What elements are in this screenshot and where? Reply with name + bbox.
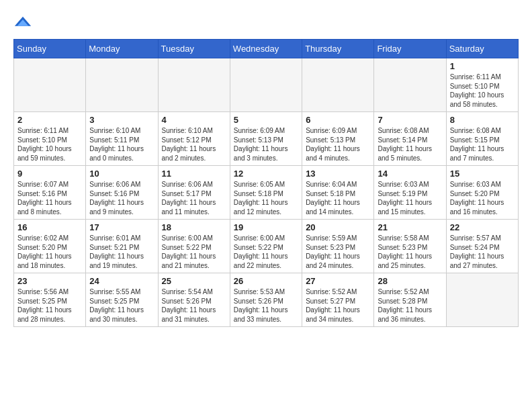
day-info: Sunrise: 5:56 AM Sunset: 5:25 PM Dayligh…	[17, 287, 82, 324]
day-info: Sunrise: 5:57 AM Sunset: 5:24 PM Dayligh…	[450, 234, 515, 270]
calendar-cell: 6Sunrise: 6:09 AM Sunset: 5:13 PM Daylig…	[302, 112, 374, 166]
calendar-header: SundayMondayTuesdayWednesdayThursdayFrid…	[14, 40, 519, 58]
calendar-cell: 27Sunrise: 5:52 AM Sunset: 5:27 PM Dayli…	[302, 273, 374, 327]
weekday-thursday: Thursday	[302, 40, 374, 58]
day-info: Sunrise: 6:05 AM Sunset: 5:18 PM Dayligh…	[234, 180, 298, 216]
calendar-cell: 17Sunrise: 6:01 AM Sunset: 5:21 PM Dayli…	[86, 220, 158, 273]
calendar-cell: 12Sunrise: 6:05 AM Sunset: 5:18 PM Dayli…	[230, 166, 302, 220]
calendar-week-2: 9Sunrise: 6:07 AM Sunset: 5:16 PM Daylig…	[14, 166, 519, 220]
calendar-cell: 7Sunrise: 6:08 AM Sunset: 5:14 PM Daylig…	[374, 112, 446, 166]
day-info: Sunrise: 6:02 AM Sunset: 5:20 PM Dayligh…	[17, 234, 82, 270]
calendar-cell: 18Sunrise: 6:00 AM Sunset: 5:22 PM Dayli…	[158, 220, 230, 273]
day-number: 2	[17, 115, 82, 125]
day-number: 17	[89, 222, 154, 232]
day-number: 21	[378, 222, 442, 232]
calendar-cell: 20Sunrise: 5:59 AM Sunset: 5:23 PM Dayli…	[302, 220, 374, 273]
calendar-week-3: 16Sunrise: 6:02 AM Sunset: 5:20 PM Dayli…	[14, 220, 519, 273]
day-info: Sunrise: 5:58 AM Sunset: 5:23 PM Dayligh…	[378, 234, 442, 270]
day-number: 7	[378, 115, 442, 125]
calendar-cell	[14, 58, 86, 112]
day-info: Sunrise: 6:04 AM Sunset: 5:18 PM Dayligh…	[306, 180, 370, 216]
day-info: Sunrise: 6:03 AM Sunset: 5:20 PM Dayligh…	[450, 180, 515, 216]
day-number: 25	[162, 276, 226, 286]
calendar-cell: 24Sunrise: 5:55 AM Sunset: 5:25 PM Dayli…	[86, 273, 158, 327]
calendar-cell: 19Sunrise: 6:00 AM Sunset: 5:22 PM Dayli…	[230, 220, 302, 273]
calendar-cell	[302, 58, 374, 112]
day-info: Sunrise: 6:09 AM Sunset: 5:13 PM Dayligh…	[306, 126, 370, 163]
calendar-cell: 5Sunrise: 6:09 AM Sunset: 5:13 PM Daylig…	[230, 112, 302, 166]
day-info: Sunrise: 6:06 AM Sunset: 5:17 PM Dayligh…	[162, 180, 226, 216]
day-info: Sunrise: 5:52 AM Sunset: 5:28 PM Dayligh…	[378, 287, 442, 324]
calendar-cell: 13Sunrise: 6:04 AM Sunset: 5:18 PM Dayli…	[302, 166, 374, 220]
day-number: 3	[89, 115, 154, 125]
day-number: 23	[17, 276, 82, 286]
day-number: 28	[378, 276, 442, 286]
day-number: 20	[306, 222, 370, 232]
calendar-cell: 1Sunrise: 6:11 AM Sunset: 5:10 PM Daylig…	[446, 58, 518, 112]
day-number: 8	[450, 115, 515, 125]
weekday-monday: Monday	[86, 40, 158, 58]
day-info: Sunrise: 6:10 AM Sunset: 5:11 PM Dayligh…	[89, 126, 154, 163]
calendar-cell: 2Sunrise: 6:11 AM Sunset: 5:10 PM Daylig…	[14, 112, 86, 166]
day-number: 16	[17, 222, 82, 232]
day-info: Sunrise: 5:52 AM Sunset: 5:27 PM Dayligh…	[306, 287, 370, 324]
logo-icon	[13, 13, 32, 32]
calendar-cell	[230, 58, 302, 112]
calendar-cell	[86, 58, 158, 112]
day-info: Sunrise: 6:10 AM Sunset: 5:12 PM Dayligh…	[162, 126, 226, 163]
day-number: 1	[450, 61, 515, 71]
calendar-cell: 25Sunrise: 5:54 AM Sunset: 5:26 PM Dayli…	[158, 273, 230, 327]
day-info: Sunrise: 6:06 AM Sunset: 5:16 PM Dayligh…	[89, 180, 154, 216]
calendar-cell: 11Sunrise: 6:06 AM Sunset: 5:17 PM Dayli…	[158, 166, 230, 220]
page-header	[13, 13, 519, 32]
day-number: 9	[17, 169, 82, 179]
calendar-cell	[446, 273, 518, 327]
calendar-cell: 3Sunrise: 6:10 AM Sunset: 5:11 PM Daylig…	[86, 112, 158, 166]
calendar-week-1: 2Sunrise: 6:11 AM Sunset: 5:10 PM Daylig…	[14, 112, 519, 166]
day-info: Sunrise: 6:08 AM Sunset: 5:14 PM Dayligh…	[378, 126, 442, 163]
day-info: Sunrise: 5:59 AM Sunset: 5:23 PM Dayligh…	[306, 234, 370, 270]
calendar-cell: 28Sunrise: 5:52 AM Sunset: 5:28 PM Dayli…	[374, 273, 446, 327]
calendar-week-0: 1Sunrise: 6:11 AM Sunset: 5:10 PM Daylig…	[14, 58, 519, 112]
day-number: 13	[306, 169, 370, 179]
calendar-cell	[374, 58, 446, 112]
day-info: Sunrise: 6:11 AM Sunset: 5:10 PM Dayligh…	[450, 73, 515, 109]
day-number: 22	[450, 222, 515, 232]
calendar-body: 1Sunrise: 6:11 AM Sunset: 5:10 PM Daylig…	[14, 58, 519, 327]
weekday-sunday: Sunday	[14, 40, 86, 58]
calendar-cell: 15Sunrise: 6:03 AM Sunset: 5:20 PM Dayli…	[446, 166, 518, 220]
calendar-cell: 23Sunrise: 5:56 AM Sunset: 5:25 PM Dayli…	[14, 273, 86, 327]
day-info: Sunrise: 6:08 AM Sunset: 5:15 PM Dayligh…	[450, 126, 515, 163]
weekday-tuesday: Tuesday	[158, 40, 230, 58]
calendar-cell: 21Sunrise: 5:58 AM Sunset: 5:23 PM Dayli…	[374, 220, 446, 273]
day-info: Sunrise: 6:07 AM Sunset: 5:16 PM Dayligh…	[17, 180, 82, 216]
calendar-cell: 4Sunrise: 6:10 AM Sunset: 5:12 PM Daylig…	[158, 112, 230, 166]
day-info: Sunrise: 5:55 AM Sunset: 5:25 PM Dayligh…	[89, 287, 154, 324]
day-number: 24	[89, 276, 154, 286]
calendar-cell: 9Sunrise: 6:07 AM Sunset: 5:16 PM Daylig…	[14, 166, 86, 220]
day-info: Sunrise: 6:11 AM Sunset: 5:10 PM Dayligh…	[17, 126, 82, 163]
calendar-cell: 10Sunrise: 6:06 AM Sunset: 5:16 PM Dayli…	[86, 166, 158, 220]
day-number: 26	[234, 276, 298, 286]
day-number: 12	[234, 169, 298, 179]
logo	[13, 13, 35, 32]
calendar-cell: 22Sunrise: 5:57 AM Sunset: 5:24 PM Dayli…	[446, 220, 518, 273]
day-number: 19	[234, 222, 298, 232]
day-info: Sunrise: 5:53 AM Sunset: 5:26 PM Dayligh…	[234, 287, 298, 324]
calendar-week-4: 23Sunrise: 5:56 AM Sunset: 5:25 PM Dayli…	[14, 273, 519, 327]
day-number: 10	[89, 169, 154, 179]
calendar-cell: 16Sunrise: 6:02 AM Sunset: 5:20 PM Dayli…	[14, 220, 86, 273]
day-info: Sunrise: 5:54 AM Sunset: 5:26 PM Dayligh…	[162, 287, 226, 324]
weekday-header-row: SundayMondayTuesdayWednesdayThursdayFrid…	[14, 40, 519, 58]
day-info: Sunrise: 6:03 AM Sunset: 5:19 PM Dayligh…	[378, 180, 442, 216]
calendar-cell	[158, 58, 230, 112]
day-number: 27	[306, 276, 370, 286]
day-number: 6	[306, 115, 370, 125]
weekday-wednesday: Wednesday	[230, 40, 302, 58]
calendar-cell: 26Sunrise: 5:53 AM Sunset: 5:26 PM Dayli…	[230, 273, 302, 327]
day-number: 11	[162, 169, 226, 179]
day-number: 5	[234, 115, 298, 125]
calendar-cell: 8Sunrise: 6:08 AM Sunset: 5:15 PM Daylig…	[446, 112, 518, 166]
day-number: 18	[162, 222, 226, 232]
day-info: Sunrise: 6:00 AM Sunset: 5:22 PM Dayligh…	[234, 234, 298, 270]
